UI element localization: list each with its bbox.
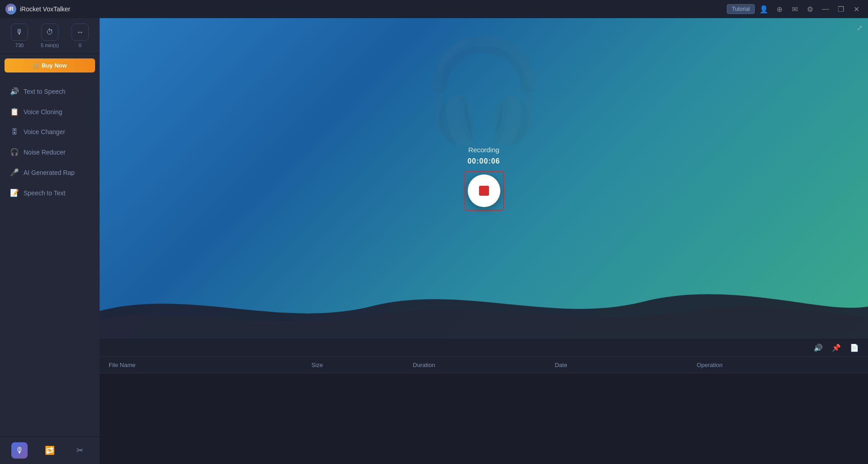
convert-count: 0 (79, 43, 82, 48)
sidebar-item-noise-reducer[interactable]: 🎧 Noise Reducer (3, 142, 97, 162)
voice-icon: 🎙 (11, 24, 28, 41)
sidebar-item-voice-changer[interactable]: 🎛 Voice Changer (3, 122, 97, 141)
background-ghost-icon: 🎧 (422, 32, 546, 149)
file-toolbar-icon[interactable]: 📄 (848, 341, 861, 354)
convert-icon: ↔ (72, 24, 89, 41)
sidebar-item-text-to-speech[interactable]: 🔊 Text to Speech (3, 82, 97, 101)
table-area: File Name Size Duration Date Operation (100, 357, 868, 464)
record-button[interactable]: 🎙 (11, 442, 28, 459)
mail-icon[interactable]: ✉ (788, 3, 801, 15)
sidebar-item-ai-generated-rap[interactable]: 🎤 AI Generated Rap (3, 163, 97, 182)
recording-center: Recording 00:00:06 (464, 146, 504, 211)
user-icon[interactable]: 👤 (758, 3, 770, 15)
voice-cloning-label: Voice Cloning (24, 108, 62, 116)
content-area: 🎧 ⤢ Recording 00:00:06 🔊 (100, 18, 868, 464)
bottom-toolbar: 🔊 📌 📄 (100, 338, 868, 357)
close-button[interactable]: ✕ (850, 3, 863, 15)
noise-reducer-label: Noise Reducer (24, 149, 66, 156)
table-body (100, 373, 868, 464)
pin-toolbar-icon[interactable]: 📌 (830, 341, 843, 354)
nav-items: 🔊 Text to Speech 📋 Voice Cloning 🎛 Voice… (0, 77, 100, 436)
recording-time: 00:00:06 (467, 157, 500, 165)
col-size: Size (312, 362, 413, 368)
time-value: 5 min(s) (41, 43, 59, 48)
app-icon: iR (5, 4, 16, 14)
app-title: iRocket VoxTalker (20, 5, 70, 13)
sidebar-stats: 🎙 730 ⏱ 5 min(s) ↔ 0 (0, 18, 100, 54)
speech-to-text-icon: 📝 (10, 188, 19, 197)
recording-area: 🎧 ⤢ Recording 00:00:06 (100, 18, 868, 338)
sidebar-item-voice-cloning[interactable]: 📋 Voice Cloning (3, 102, 97, 121)
minimize-button[interactable]: — (819, 3, 832, 15)
buy-now-button[interactable]: 🛒 Buy Now (5, 58, 95, 72)
voice-cloning-icon: 📋 (10, 107, 19, 116)
titlebar: iR iRocket VoxTalker Tutorial 👤 ⊕ ✉ ⚙ — … (0, 0, 868, 18)
corner-expand-icon[interactable]: ⤢ (857, 24, 863, 32)
stop-button[interactable] (468, 174, 500, 207)
voice-count: 730 (15, 43, 24, 48)
settings-icon[interactable]: ⚙ (804, 3, 816, 15)
sidebar: 🎙 730 ⏱ 5 min(s) ↔ 0 🛒 Buy Now 🔊 Text to… (0, 18, 100, 464)
stop-button-wrapper (464, 171, 504, 211)
col-file-name: File Name (109, 362, 312, 368)
voice-changer-icon: 🎛 (10, 128, 19, 136)
main-layout: 🎙 730 ⏱ 5 min(s) ↔ 0 🛒 Buy Now 🔊 Text to… (0, 18, 868, 464)
maximize-button[interactable]: ❐ (834, 3, 847, 15)
speech-to-text-label: Speech to Text (24, 189, 65, 197)
wave-background (100, 284, 868, 338)
table-header: File Name Size Duration Date Operation (100, 357, 868, 373)
stop-icon (479, 186, 489, 196)
ai-rap-icon: 🎤 (10, 168, 19, 177)
titlebar-left: iR iRocket VoxTalker (5, 4, 70, 14)
recording-label: Recording (468, 146, 499, 154)
loop-button[interactable]: 🔁 (42, 442, 58, 459)
share-icon[interactable]: ⊕ (773, 3, 786, 15)
col-operation: Operation (697, 362, 859, 368)
voice-changer-label: Voice Changer (24, 128, 65, 135)
noise-reducer-icon: 🎧 (10, 148, 19, 156)
tutorial-button[interactable]: Tutorial (727, 4, 755, 14)
titlebar-right: Tutorial 👤 ⊕ ✉ ⚙ — ❐ ✕ (727, 3, 863, 15)
scissors-button[interactable]: ✂ (72, 442, 88, 459)
stat-time: ⏱ 5 min(s) (41, 24, 59, 48)
text-to-speech-label: Text to Speech (24, 88, 66, 95)
ai-rap-label: AI Generated Rap (24, 169, 75, 176)
sidebar-bottom: 🎙 🔁 ✂ (0, 436, 100, 464)
volume-toolbar-icon[interactable]: 🔊 (812, 341, 825, 354)
stat-convert: ↔ 0 (72, 24, 89, 48)
text-to-speech-icon: 🔊 (10, 87, 19, 96)
col-duration: Duration (413, 362, 555, 368)
time-icon: ⏱ (41, 24, 58, 41)
col-date: Date (555, 362, 696, 368)
sidebar-item-speech-to-text[interactable]: 📝 Speech to Text (3, 183, 97, 203)
stat-voice: 🎙 730 (11, 24, 28, 48)
